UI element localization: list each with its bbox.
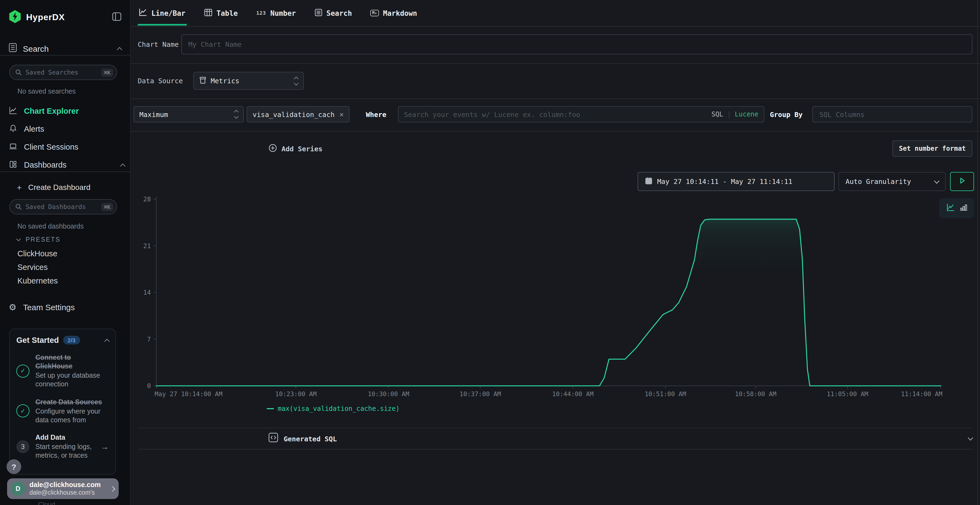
data-source-value: Metrics [211,77,290,85]
svg-text:10:58:00 AM: 10:58:00 AM [735,391,776,397]
legend-dash-icon [267,408,274,409]
aggregation-select[interactable]: Maximum [134,106,244,122]
team-settings-label: Team Settings [23,302,75,311]
mode-lucene[interactable]: Lucene [735,110,759,118]
chevron-up-icon[interactable] [104,338,110,344]
svg-text:7: 7 [147,336,151,343]
collapse-sidebar-icon[interactable] [112,12,121,23]
tab-markdown[interactable]: M↓ Markdown [369,1,418,25]
get-started-title: Get Started [16,336,59,345]
saved-searches-search[interactable]: ⌘K [9,65,117,80]
saved-dashboards-search[interactable]: ⌘K [9,199,117,214]
svg-text:14: 14 [143,289,151,296]
number-123-icon: 123 [256,10,266,16]
shortcut-badge: ⌘K [101,68,113,76]
date-range-value: May 27 10:14:11 - May 27 11:14:11 [657,178,792,186]
data-source-label: Data Source [138,77,183,85]
tab-number[interactable]: 123 Number [255,1,297,25]
get-started-item-title: Create Data Sources [35,397,109,406]
sidebar-section-search[interactable]: Search [9,42,121,55]
no-saved-dashboards-label: No saved dashboards [18,222,84,230]
set-number-format-label: Set number format [899,145,966,152]
sidebar-item-chart-explorer[interactable]: Chart Explorer [9,104,125,118]
add-series-button[interactable]: Add Series [269,141,323,156]
where-search-box[interactable]: SQL | Lucene [398,106,764,122]
chevron-up-icon[interactable] [117,47,122,52]
tab-label: Markdown [383,9,417,17]
set-number-format-button[interactable]: Set number format [892,140,972,157]
chart-legend[interactable]: max(visa_validation_cache.size) [267,405,399,413]
granularity-select[interactable]: Auto Granularity [838,172,946,191]
tab-table[interactable]: Table [203,1,239,25]
data-source-select[interactable]: Metrics [193,72,304,90]
tab-label: Number [270,9,296,17]
chart-svg[interactable]: 07142128May 27 10:14:00 AM10:23:00 AM10:… [130,193,980,411]
play-icon [958,176,966,187]
where-search-input[interactable] [404,110,711,118]
date-range-picker[interactable]: May 27 10:14:11 - May 27 11:14:11 [638,172,835,191]
chevron-down-icon [934,178,939,183]
logo[interactable]: HyperDX [9,8,121,27]
metric-chip[interactable]: visa_validation_cach × [247,106,350,122]
sidebar-item-dashboards[interactable]: Dashboards [9,158,125,172]
where-label: Where [366,110,386,119]
sidebar-item-client-sessions[interactable]: Client Sessions [9,140,125,154]
user-email: dale@clickhouse.com [29,481,106,489]
tab-label: Line/Bar [151,9,185,17]
sidebar-divider [0,172,130,172]
get-started-item[interactable]: 3 Add Data Start sending logs, metrics, … [16,433,109,460]
divider [130,63,980,64]
tab-label: Table [216,9,238,17]
dashboards-icon [9,160,18,170]
saved-dashboards-input[interactable] [25,203,97,211]
tab-line-bar[interactable]: Line/Bar [138,1,186,25]
step-number-circle: 3 [16,440,29,453]
get-started-item-desc: Set up your database connection [35,371,109,389]
sidebar: HyperDX Search ⌘K No saved searches [0,0,130,505]
preset-kubernetes[interactable]: Kubernetes [18,276,58,285]
chart-axes [156,197,941,386]
presets-toggle[interactable]: PRESETS [17,236,60,243]
generated-sql-toggle[interactable]: Generated SQL [269,430,972,447]
get-started-item-desc: Configure where your data comes from [35,407,109,424]
circle-plus-icon [269,143,277,154]
user-menu[interactable]: D dale@clickhouse.com dale@clickhouse.co… [7,478,119,499]
chevron-up-icon[interactable] [120,163,126,169]
select-chevrons-icon [294,77,298,85]
close-icon[interactable]: × [339,110,344,118]
divider [138,428,972,428]
get-started-item-title: Add Data [35,433,95,442]
get-started-item[interactable]: ✓ Create Data Sources Configure where yo… [16,397,109,424]
metric-chip-label: visa_validation_cach [253,110,334,118]
check-circle-icon: ✓ [16,365,29,378]
tab-search[interactable]: Search [313,1,353,25]
search-section-label: Search [23,44,49,53]
scrollbar-track[interactable] [977,0,978,505]
run-query-button[interactable] [950,172,974,191]
check-circle-icon: ✓ [16,405,29,418]
mode-divider: | [727,110,731,118]
svg-text:10:37:00 AM: 10:37:00 AM [460,391,501,397]
create-dashboard-label: Create Dashboard [28,183,91,192]
sidebar-item-team-settings[interactable]: ⚙ Team Settings [9,300,125,314]
granularity-value: Auto Granularity [846,178,911,186]
saved-searches-input[interactable] [25,68,97,76]
chart-type-tabbar: Line/Bar Table 123 Number Search M↓ Ma [130,0,980,26]
divider [130,26,980,27]
divider [130,98,980,99]
help-button[interactable]: ? [6,459,21,474]
shortcut-badge: ⌘K [101,203,113,211]
sidebar-item-alerts[interactable]: Alerts [9,122,125,136]
series-area [156,219,941,386]
get-started-item[interactable]: ✓ Connect to ClickHouse Set up your data… [16,353,109,389]
preset-clickhouse[interactable]: ClickHouse [18,249,57,258]
chevron-right-icon [110,486,115,491]
preset-services[interactable]: Services [18,263,48,272]
group-by-input[interactable] [812,106,972,122]
mode-sql[interactable]: SQL [711,110,723,118]
gear-icon: ⚙ [9,302,17,312]
chart-name-input[interactable] [181,34,972,54]
no-saved-searches-label: No saved searches [18,87,76,95]
create-dashboard-button[interactable]: + Create Dashboard [17,180,125,194]
chart-name-label: Chart Name [138,40,179,48]
